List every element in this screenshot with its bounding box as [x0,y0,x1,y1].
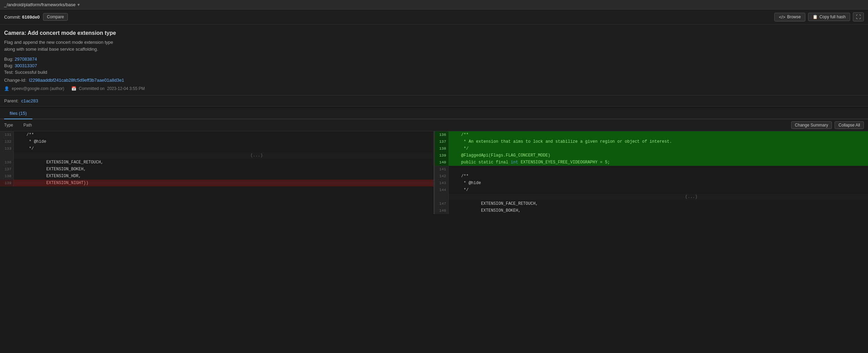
breadcrumb-arrow-icon: ▾ [77,2,80,7]
calendar-icon: 📅 [71,86,76,91]
commit-info-section: Camera: Add concert mode extension type … [0,24,868,95]
author-info: 👤 epeev@google.com (author) [4,86,64,91]
test-line: Test: Successful build [4,70,864,75]
change-id-line: Change-Id: I2298aaddbf241cab28fc5d9eff3b… [4,78,864,83]
change-summary-button[interactable]: Change Summary [791,121,832,129]
table-row: 142 /** [435,173,868,180]
table-row: 138 */ [435,145,868,152]
diff-wrapper: 131 /** 132 * @hide 133 */ (...) [0,131,868,214]
left-code-area: 131 /** 132 * @hide 133 */ (...) [0,131,433,186]
table-row: 139 @FlaggedApi(Flags.FLAG_CONCERT_MODE) [435,152,868,159]
person-icon: 👤 [4,86,9,91]
commit-header-bar: Commit: 6169de0 Compare </> Browse 📋 Cop… [0,10,868,24]
code-icon: </> [779,14,785,20]
commit-footer-meta: 👤 epeev@google.com (author) 📅 Committed … [4,86,864,91]
breadcrumb-path[interactable]: _/android/platform/frameworks/base [4,2,75,7]
table-row: 137 EXTENSION_BOKEH, [0,166,433,173]
table-row: 137 * An extension that aims to lock and… [435,138,868,145]
table-row: 140 public static final int EXTENSION_EY… [435,159,868,166]
committed-date-info: 📅 Committed on 2023-12-04 3:55 PM [71,86,145,91]
commit-header-left: Commit: 6169de0 Compare [4,13,68,21]
files-header-right: Change Summary Collapse All [791,121,864,129]
files-header-left: Type Path [4,123,32,128]
copy-full-hash-button[interactable]: 📋 Copy full hash [808,13,850,21]
bug-line-1: Bug: 297083874 [4,57,864,62]
compare-button[interactable]: Compare [43,13,67,21]
table-row: 144 */ [435,186,868,193]
fullscreen-button[interactable]: ⛶ [853,12,864,21]
browse-button[interactable]: </> Browse [774,13,805,21]
parent-hash-link[interactable]: c1ac283 [21,98,38,103]
bug-link-1[interactable]: 297083874 [14,57,37,62]
table-row: 139 EXTENSION_NIGHT}) [0,180,433,186]
change-id-link[interactable]: I2298aaddbf241cab28fc5d9eff3b7aae01a8d3e… [29,78,124,83]
commit-description: Flag and append the new concert mode ext… [4,39,864,52]
files-header-row: Type Path Change Summary Collapse All [0,119,868,131]
table-row: 136 EXTENSION_FACE_RETOUCH, [0,159,433,166]
parent-bar: Parent: c1ac283 [0,95,868,107]
commit-header-right: </> Browse 📋 Copy full hash ⛶ [774,12,864,21]
table-row: 131 /** [0,131,433,138]
copy-icon: 📋 [813,14,818,19]
table-row: 136 /** [435,131,868,138]
commit-hash: 6169de0 [22,14,40,20]
table-row: (...) [0,152,433,159]
path-column-header: Path [23,123,32,128]
right-code-area: 136 /** 137 * An extension that aims to … [435,131,868,214]
left-diff-panel: 131 /** 132 * @hide 133 */ (...) [0,131,433,214]
right-diff-panel: 136 /** 137 * An extension that aims to … [435,131,868,214]
bug-line-2: Bug: 300313307 [4,63,864,68]
fullscreen-icon: ⛶ [856,14,861,20]
table-row: 133 */ [0,145,433,152]
files-tab[interactable]: files (15) [4,108,32,119]
table-row: 143 * @hide [435,180,868,186]
bug-link-2[interactable]: 300313307 [14,63,37,68]
table-row: 138 EXTENSION_HDR, [0,173,433,180]
diff-scroll-area: 131 /** 132 * @hide 133 */ (...) [0,131,868,214]
files-tab-bar: files (15) [0,108,868,119]
type-column-header: Type [4,123,13,128]
table-row: 132 * @hide [0,138,433,145]
table-row: 148 EXTENSION_BOKEH, [435,207,868,214]
collapse-all-button[interactable]: Collapse All [835,121,864,129]
table-row: 147 EXTENSION_FACE_RETOUCH, [435,200,868,207]
table-row: 141 [435,166,868,173]
table-row: (...) [435,193,868,200]
commit-label: Commit: 6169de0 [4,14,40,20]
commit-main-title: Camera: Add concert mode extension type [4,30,864,36]
breadcrumb-bar: _/android/platform/frameworks/base ▾ [0,0,868,10]
